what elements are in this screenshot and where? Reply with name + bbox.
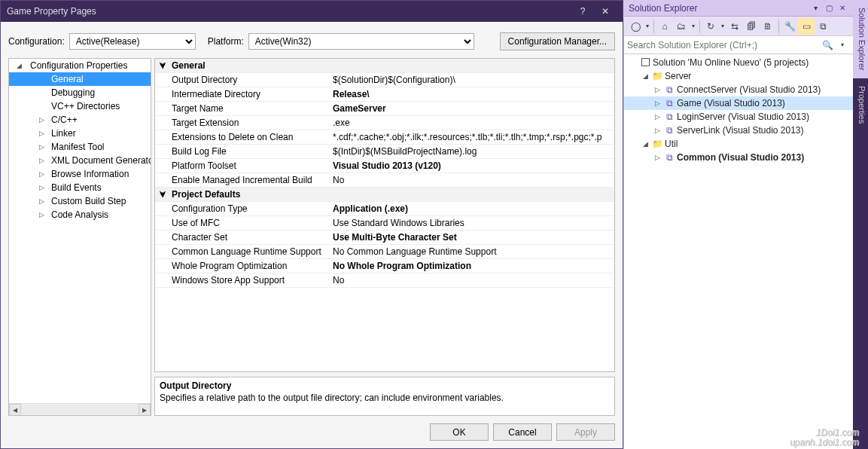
prop-value[interactable]: No (330, 175, 614, 185)
expand-icon[interactable] (17, 62, 22, 69)
prop-value[interactable]: .exe (330, 118, 614, 128)
collapse-icon[interactable]: ⮟ (160, 62, 166, 69)
tab-properties[interactable]: Properties (853, 78, 868, 131)
expand-icon[interactable] (653, 113, 662, 121)
nav-vcpp-dirs[interactable]: VC++ Directories (9, 99, 151, 113)
tree-item[interactable]: 📁Util (624, 137, 853, 151)
nav-scrollbar-h[interactable]: ◀▶ (9, 403, 151, 415)
expand-icon[interactable] (653, 99, 662, 107)
dropdown-icon[interactable]: ▾ (809, 2, 821, 14)
prop-value[interactable]: GameServer (330, 103, 614, 114)
wrench-icon[interactable]: 🔧 (781, 18, 798, 35)
home-icon[interactable]: ⌂ (656, 18, 673, 35)
nav-custombuild[interactable]: Custom Build Step (9, 194, 151, 208)
help-icon[interactable]: ? (571, 1, 594, 22)
nav-tree[interactable]: Configuration Properties General Debuggi… (8, 58, 151, 416)
back-dropdown-icon[interactable]: ▾ (644, 18, 651, 35)
grid-row[interactable]: Output Directory$(SolutionDir)$(Configur… (155, 73, 614, 87)
grid-category[interactable]: ⮟Project Defaults (155, 188, 614, 202)
nav-manifest[interactable]: Manifest Tool (9, 140, 151, 154)
cancel-button[interactable]: Cancel (493, 423, 552, 441)
search-icon[interactable]: 🔍 (820, 40, 835, 50)
showall-icon[interactable]: 🗐 (743, 18, 760, 35)
prop-value[interactable]: Use Multi-Byte Character Set (330, 232, 614, 243)
prop-value[interactable]: Release\ (330, 89, 614, 99)
expand-icon[interactable] (641, 140, 650, 148)
refresh-icon[interactable]: ↻ (702, 18, 719, 35)
configuration-manager-button[interactable]: Configuration Manager... (500, 32, 615, 50)
search-dropdown-icon[interactable]: ▾ (835, 41, 850, 48)
close-icon[interactable]: ✕ (594, 1, 617, 22)
ok-button[interactable]: OK (430, 423, 489, 441)
sync-icon[interactable]: 🗂 (673, 18, 690, 35)
tab-solution-explorer[interactable]: Solution Explorer (853, 0, 868, 78)
grid-row[interactable]: Whole Program OptimizationNo Whole Progr… (155, 259, 614, 273)
expand-icon[interactable] (653, 86, 662, 93)
copy-icon[interactable]: 🗎 (760, 18, 776, 35)
back-icon[interactable]: ◯ (627, 18, 644, 35)
grid-row[interactable]: Build Log File$(IntDir)$(MSBuildProjectN… (155, 145, 614, 159)
grid-row[interactable]: Platform ToolsetVisual Studio 2013 (v120… (155, 159, 614, 173)
nav-general[interactable]: General (9, 72, 151, 86)
pin-icon[interactable]: ▢ (823, 2, 835, 14)
grid-row[interactable]: Character SetUse Multi-Byte Character Se… (155, 231, 614, 245)
se-search-input[interactable] (627, 40, 820, 50)
prop-value[interactable]: *.cdf;*.cache;*.obj;*.ilk;*.resources;*.… (330, 132, 614, 142)
prop-value[interactable]: $(SolutionDir)$(Configuration)\ (330, 75, 614, 85)
expand-icon[interactable] (39, 143, 44, 151)
prop-value[interactable]: Application (.exe) (330, 203, 614, 214)
preview-icon[interactable]: ⧉ (815, 18, 831, 35)
expand-icon[interactable] (39, 197, 44, 205)
expand-icon[interactable] (39, 116, 44, 124)
expand-icon[interactable] (653, 154, 662, 161)
grid-row[interactable]: Enable Managed Incremental BuildNo (155, 173, 614, 188)
expand-icon[interactable] (39, 130, 44, 137)
tree-item[interactable]: ⧉ServerLink (Visual Studio 2013) (624, 124, 853, 137)
grid-row[interactable]: Target NameGameServer (155, 102, 614, 116)
expand-icon[interactable] (39, 170, 44, 178)
nav-buildevents[interactable]: Build Events (9, 181, 151, 194)
nav-linker[interactable]: Linker (9, 127, 151, 140)
collapse-icon[interactable]: ⮟ (160, 191, 166, 198)
grid-row[interactable]: Intermediate DirectoryRelease\ (155, 87, 614, 102)
nav-debugging[interactable]: Debugging (9, 86, 151, 99)
prop-value[interactable]: No (330, 275, 614, 286)
sync-dropdown-icon[interactable]: ▾ (690, 18, 697, 35)
grid-row[interactable]: Common Language Runtime SupportNo Common… (155, 245, 614, 259)
grid-category[interactable]: ⮟General (155, 59, 614, 73)
tree-item[interactable]: ⧉LoginServer (Visual Studio 2013) (624, 110, 853, 124)
properties-icon[interactable]: ▭ (798, 18, 815, 35)
tree-item[interactable]: 🞎Solution 'Mu Online Nuevo' (5 projects) (624, 56, 853, 69)
property-grid[interactable]: ⮟GeneralOutput Directory$(SolutionDir)$(… (154, 58, 615, 372)
tree-item[interactable]: ⧉Game (Visual Studio 2013) (624, 96, 853, 110)
nav-root[interactable]: Configuration Properties (9, 59, 151, 72)
expand-icon[interactable] (641, 72, 650, 80)
nav-browseinfo[interactable]: Browse Information (9, 167, 151, 181)
nav-codeanalysis[interactable]: Code Analysis (9, 208, 151, 221)
close-icon[interactable]: ✕ (836, 2, 848, 14)
tree-item[interactable]: ⧉Common (Visual Studio 2013) (624, 151, 853, 164)
grid-row[interactable]: Configuration TypeApplication (.exe) (155, 202, 614, 216)
grid-row[interactable]: Target Extension.exe (155, 116, 614, 130)
grid-row[interactable]: Windows Store App SupportNo (155, 273, 614, 288)
solution-tree[interactable]: 🞎Solution 'Mu Online Nuevo' (5 projects)… (624, 54, 853, 449)
prop-value[interactable]: $(IntDir)$(MSBuildProjectName).log (330, 146, 614, 157)
grid-row[interactable]: Extensions to Delete on Clean*.cdf;*.cac… (155, 130, 614, 145)
configuration-select[interactable]: Active(Release) (69, 33, 196, 50)
prop-value[interactable]: No Whole Program Optimization (330, 261, 614, 271)
nav-xmldoc[interactable]: XML Document Generator (9, 154, 151, 167)
expand-icon[interactable] (39, 157, 44, 164)
expand-icon[interactable] (39, 184, 44, 191)
platform-select[interactable]: Active(Win32) (248, 33, 474, 50)
nav-ccpp[interactable]: C/C++ (9, 113, 151, 127)
prop-value[interactable]: No Common Language Runtime Support (330, 246, 614, 257)
prop-value[interactable]: Use Standard Windows Libraries (330, 218, 614, 228)
prop-value[interactable]: Visual Studio 2013 (v120) (330, 160, 614, 171)
expand-icon[interactable] (39, 211, 44, 218)
grid-row[interactable]: Use of MFCUse Standard Windows Libraries (155, 216, 614, 231)
tree-item[interactable]: 📁Server (624, 69, 853, 83)
tree-item[interactable]: ⧉ConnectServer (Visual Studio 2013) (624, 83, 853, 96)
refresh-dropdown-icon[interactable]: ▾ (719, 18, 726, 35)
apply-button[interactable]: Apply (556, 423, 615, 441)
collapse-icon[interactable]: ⇆ (726, 18, 743, 35)
